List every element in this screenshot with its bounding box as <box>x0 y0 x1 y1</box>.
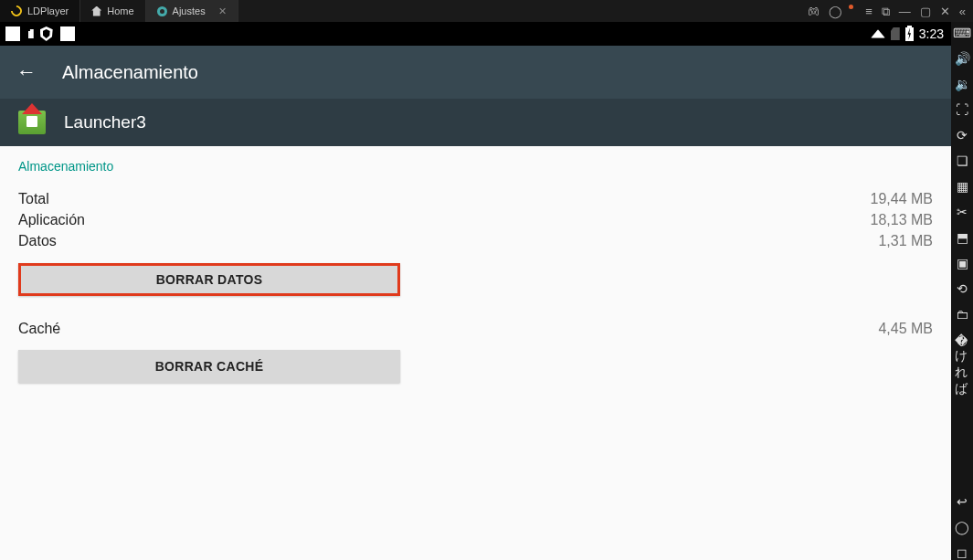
shortcut-tray: ıII <box>0 26 75 41</box>
row-value: 1,31 MB <box>878 230 933 251</box>
android-recents-icon[interactable]: ◻ <box>955 545 969 560</box>
window-controls: 🎮︎ ◯ ≡ ⧉ — ▢ ✕ « <box>800 0 973 22</box>
volume-down-icon[interactable]: 🔉 <box>955 77 969 91</box>
shortcut-app-1-icon[interactable] <box>5 26 20 41</box>
row-label: Total <box>18 188 49 209</box>
window-tab-home[interactable]: Home <box>80 0 145 22</box>
row-application: Aplicación 18,13 MB <box>18 209 933 230</box>
notification-dot-icon <box>849 5 853 9</box>
row-total: Total 19,44 MB <box>18 188 933 209</box>
sync-icon[interactable]: ⟳ <box>955 128 969 143</box>
collapse-sidebar-icon[interactable]: « <box>959 5 966 17</box>
row-label: Datos <box>18 230 57 251</box>
clock: 3:23 <box>919 26 944 41</box>
more-tools-icon[interactable]: �ければ <box>955 358 969 373</box>
volume-up-icon[interactable]: 🔊 <box>955 51 969 66</box>
app-tab-ldplayer[interactable]: LDPlayer <box>0 0 80 22</box>
maximize-icon[interactable]: ▢ <box>920 5 931 17</box>
multi-instance-icon[interactable]: ❏ <box>955 153 969 168</box>
shared-folder-icon[interactable]: 🗀 <box>955 307 969 322</box>
scissors-icon[interactable]: ✂ <box>955 205 969 219</box>
rotate-icon[interactable]: ⟲ <box>955 281 969 296</box>
ldplayer-logo-icon <box>9 4 25 19</box>
shortcut-app-2-icon[interactable]: ıII <box>27 26 33 41</box>
clear-data-button[interactable]: BORRAR DATOS <box>18 263 400 296</box>
android-back-icon[interactable]: ↩ <box>955 494 969 509</box>
app-info-header: Launcher3 <box>0 99 951 146</box>
page-title: Almacenamiento <box>62 62 198 83</box>
android-status-bar: ıII 3:23 <box>0 22 951 46</box>
multi-window-icon[interactable]: ⧉ <box>882 5 890 17</box>
app-name-label: Launcher3 <box>64 112 146 132</box>
no-sim-icon <box>891 27 900 40</box>
launcher-app-icon <box>18 111 46 134</box>
storage-content: Almacenamiento Total 19,44 MB Aplicación… <box>0 146 951 560</box>
app-bar: ← Almacenamiento <box>0 46 951 99</box>
row-data: Datos 1,31 MB <box>18 230 933 251</box>
menu-icon[interactable]: ≡ <box>865 5 873 17</box>
shortcut-app-4-icon[interactable] <box>60 26 75 41</box>
clear-cache-button[interactable]: BORRAR CACHÉ <box>18 350 400 383</box>
window-tab-ajustes[interactable]: Ajustes ✕ <box>146 0 238 22</box>
row-value: 19,44 MB <box>871 188 933 209</box>
shortcut-shield-icon[interactable] <box>40 26 53 41</box>
row-label: Aplicación <box>18 209 85 230</box>
close-window-icon[interactable]: ✕ <box>940 5 950 17</box>
window-titlebar: LDPlayer Home Ajustes ✕ 🎮︎ ◯ ≡ ⧉ — ▢ ✕ « <box>0 0 973 22</box>
home-icon <box>91 6 101 16</box>
android-home-icon[interactable]: ◯ <box>955 520 969 534</box>
operation-record-icon[interactable]: ⬒ <box>955 230 969 245</box>
tab-label: Home <box>107 5 133 16</box>
back-arrow-icon[interactable]: ← <box>16 60 37 84</box>
row-label: Caché <box>18 318 60 339</box>
minimize-icon[interactable]: — <box>899 5 911 17</box>
battery-charging-icon <box>905 27 914 41</box>
keyboard-icon[interactable]: ⌨ <box>955 26 969 40</box>
row-value: 18,13 MB <box>871 209 933 230</box>
account-icon[interactable]: ◯ <box>829 5 842 17</box>
screenshot-icon[interactable]: ▣ <box>955 256 969 270</box>
tab-label: Ajustes <box>173 5 206 16</box>
fullscreen-icon[interactable]: ⛶ <box>955 102 969 117</box>
emulator-sidebar: ⌨ 🔊 🔉 ⛶ ⟳ ❏ ▦ ✂ ⬒ ▣ ⟲ 🗀 ◎ �ければ ↩ ◯ ◻ <box>951 22 973 560</box>
row-value: 4,45 MB <box>878 318 933 339</box>
wifi-icon <box>871 29 885 38</box>
keymap-icon[interactable]: ▦ <box>955 179 969 194</box>
section-label-storage: Almacenamiento <box>18 159 933 174</box>
app-name: LDPlayer <box>27 5 69 16</box>
tab-close-icon[interactable]: ✕ <box>218 5 227 17</box>
gamepad-icon[interactable]: 🎮︎ <box>808 5 820 17</box>
settings-gear-icon <box>157 6 167 16</box>
row-cache: Caché 4,45 MB <box>18 318 933 339</box>
